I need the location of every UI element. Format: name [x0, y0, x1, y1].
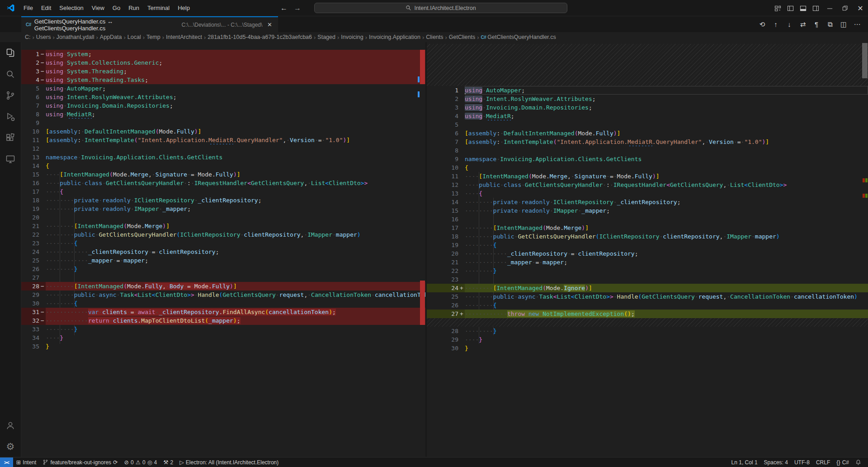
- code-line[interactable]: 24+········[IntentManaged(Mode.Ignore)]: [427, 284, 868, 292]
- code-line[interactable]: 16: [427, 215, 868, 224]
- code-line[interactable]: 3using·Invoicing.Domain.Repositories;: [427, 103, 868, 112]
- toggle-whitespace-icon[interactable]: ¶: [811, 19, 822, 30]
- code-line[interactable]: 9namespace·Invoicing.Application.Clients…: [427, 155, 868, 163]
- breadcrumb-item[interactable]: 281a1fb1-10d5-4baa-a679-1c2b3aefcba6: [208, 34, 312, 40]
- code-line[interactable]: 20: [21, 213, 425, 222]
- code-line[interactable]: 35}: [21, 342, 425, 351]
- status-notifications[interactable]: [852, 457, 864, 467]
- breadcrumb-item[interactable]: GetClientsQueryHandler.cs: [487, 34, 556, 40]
- source-control-icon[interactable]: [0, 85, 21, 106]
- more-actions-icon[interactable]: ⋯: [852, 19, 863, 30]
- status-eol[interactable]: CRLF: [813, 457, 833, 467]
- right-scrollbar[interactable]: [862, 42, 868, 457]
- discard-icon[interactable]: ⟲: [757, 19, 768, 30]
- code-line[interactable]: 16····public·class·GetClientsQueryHandle…: [21, 179, 425, 187]
- menu-file[interactable]: File: [19, 3, 37, 13]
- run-debug-icon[interactable]: [0, 106, 21, 127]
- code-line[interactable]: 11····[IntentManaged(Mode.Merge,·Signatu…: [427, 172, 868, 181]
- code-line[interactable]: 2−using·System.Collections.Generic;: [21, 58, 425, 67]
- status-cursor-position[interactable]: Ln 1, Col 1: [728, 457, 761, 467]
- menu-selection[interactable]: Selection: [55, 3, 87, 13]
- account-icon[interactable]: [0, 415, 21, 436]
- scrollbar-thumb[interactable]: [862, 43, 868, 78]
- breadcrumb-item[interactable]: Local: [127, 34, 141, 40]
- code-line[interactable]: 1−using·System;: [21, 50, 425, 58]
- code-line[interactable]: 24············_clientRepository·=·client…: [21, 248, 425, 256]
- status-language-mode[interactable]: {}C#: [833, 457, 852, 467]
- toggle-primary-sidebar-icon[interactable]: [784, 0, 797, 16]
- code-line[interactable]: 20············_clientRepository·=·client…: [427, 249, 868, 258]
- breadcrumb-item[interactable]: JonathanLydall: [57, 34, 94, 40]
- code-line[interactable]: 4−using·System.Threading.Tasks;: [21, 76, 425, 84]
- code-line[interactable]: 9: [21, 119, 425, 127]
- status-encoding[interactable]: UTF-8: [791, 457, 813, 467]
- original-editor-pane[interactable]: 1−using·System;2−using·System.Collection…: [21, 42, 425, 457]
- code-line[interactable]: 1using·AutoMapper;: [427, 86, 868, 95]
- code-line[interactable]: 18········private·readonly·IClientReposi…: [21, 196, 425, 205]
- status-problems[interactable]: ⊘0⚠0◎4: [121, 457, 160, 467]
- next-change-icon[interactable]: ↓: [784, 19, 795, 30]
- code-line[interactable]: 21········[IntentManaged(Mode.Merge)]: [21, 222, 425, 230]
- status-intent-status[interactable]: ⊞Intent: [13, 457, 40, 467]
- code-line[interactable]: 30}: [427, 344, 868, 353]
- close-icon[interactable]: ✕: [853, 0, 868, 16]
- code-line[interactable]: 10[assembly:·DefaultIntentManaged(Mode.F…: [21, 127, 425, 136]
- swap-sides-icon[interactable]: ⇄: [797, 19, 808, 30]
- breadcrumb-item[interactable]: Invoicing: [341, 34, 363, 40]
- code-line[interactable]: 14········private·readonly·IClientReposi…: [427, 198, 868, 206]
- breadcrumb-item[interactable]: Temp: [146, 34, 160, 40]
- customize-layout-icon[interactable]: [771, 0, 784, 16]
- code-line[interactable]: 22········}: [427, 267, 868, 275]
- left-scrollbar[interactable]: [419, 42, 425, 457]
- breadcrumb-item[interactable]: Staged: [317, 34, 335, 40]
- forward-icon[interactable]: →: [294, 4, 301, 12]
- code-line[interactable]: 21············_mapper·=·mapper;: [427, 258, 868, 267]
- code-line[interactable]: 30········{: [21, 299, 425, 308]
- code-line[interactable]: 19········{: [427, 241, 868, 249]
- code-line[interactable]: 14{: [21, 162, 425, 170]
- code-line[interactable]: 33········}: [21, 325, 425, 334]
- code-line[interactable]: 6using·Intent.RoslynWeaver.Attributes;: [21, 93, 425, 101]
- menu-help[interactable]: Help: [174, 3, 194, 13]
- command-center[interactable]: Intent.IArchitect.Electron: [314, 3, 567, 13]
- split-editor-icon[interactable]: ◫: [838, 19, 849, 30]
- code-line[interactable]: 2using·Intent.RoslynWeaver.Attributes;: [427, 95, 868, 103]
- search-icon[interactable]: [0, 63, 21, 85]
- remote-explorer-icon[interactable]: [0, 148, 21, 170]
- menu-view[interactable]: View: [88, 3, 108, 13]
- code-line[interactable]: 10{: [427, 163, 868, 172]
- status-debug-target[interactable]: ▷Electron: All (Intent.IArchitect.Electr…: [176, 457, 282, 467]
- code-line[interactable]: 8using·MediatR;: [21, 110, 425, 119]
- code-line[interactable]: 32−············return·clients.MapToClien…: [21, 316, 425, 325]
- code-line[interactable]: 15····[IntentManaged(Mode.Merge,·Signatu…: [21, 170, 425, 179]
- settings-icon[interactable]: ⚙: [0, 436, 21, 457]
- breadcrumb-item[interactable]: C:: [25, 34, 31, 40]
- menu-edit[interactable]: Edit: [37, 3, 55, 13]
- code-line[interactable]: 26········{: [427, 301, 868, 310]
- code-line[interactable]: 11[assembly:·IntentTemplate("Intent.Appl…: [21, 136, 425, 144]
- code-line[interactable]: 8: [427, 146, 868, 155]
- code-line[interactable]: 28········}: [427, 327, 868, 335]
- menu-terminal[interactable]: Terminal: [143, 3, 174, 13]
- minimize-icon[interactable]: [822, 0, 837, 16]
- code-line[interactable]: 23: [427, 275, 868, 284]
- code-line[interactable]: 5: [427, 120, 868, 129]
- tab-close-icon[interactable]: ✕: [266, 21, 274, 29]
- code-line[interactable]: 31−············var·clients·=·await·_clie…: [21, 308, 425, 316]
- modified-editor-pane[interactable]: 1using·AutoMapper;2using·Intent.RoslynWe…: [427, 42, 868, 457]
- code-line[interactable]: 5using·AutoMapper;: [21, 84, 425, 93]
- code-line[interactable]: 6[assembly:·DefaultIntentManaged(Mode.Fu…: [427, 129, 868, 138]
- breadcrumb-item[interactable]: AppData: [100, 34, 122, 40]
- status-tasks-badge[interactable]: ⚒2: [160, 457, 176, 467]
- code-line[interactable]: 12: [21, 144, 425, 153]
- menu-run[interactable]: Run: [124, 3, 143, 13]
- code-line[interactable]: 17····{: [21, 187, 425, 196]
- status-indentation[interactable]: Spaces: 4: [761, 457, 791, 467]
- restore-icon[interactable]: [837, 0, 853, 16]
- code-line[interactable]: 19········private·readonly·IMapper·_mapp…: [21, 205, 425, 213]
- extensions-icon[interactable]: [0, 127, 21, 148]
- tab-diff-getclientsqueryhandler[interactable]: C# GetClientsQueryHandler.cs ↔ GetClient…: [21, 16, 278, 32]
- explorer-icon[interactable]: [0, 42, 21, 63]
- code-line[interactable]: 25········public·async·Task<List<ClientD…: [427, 292, 868, 301]
- code-line[interactable]: 15········private·readonly·IMapper·_mapp…: [427, 206, 868, 215]
